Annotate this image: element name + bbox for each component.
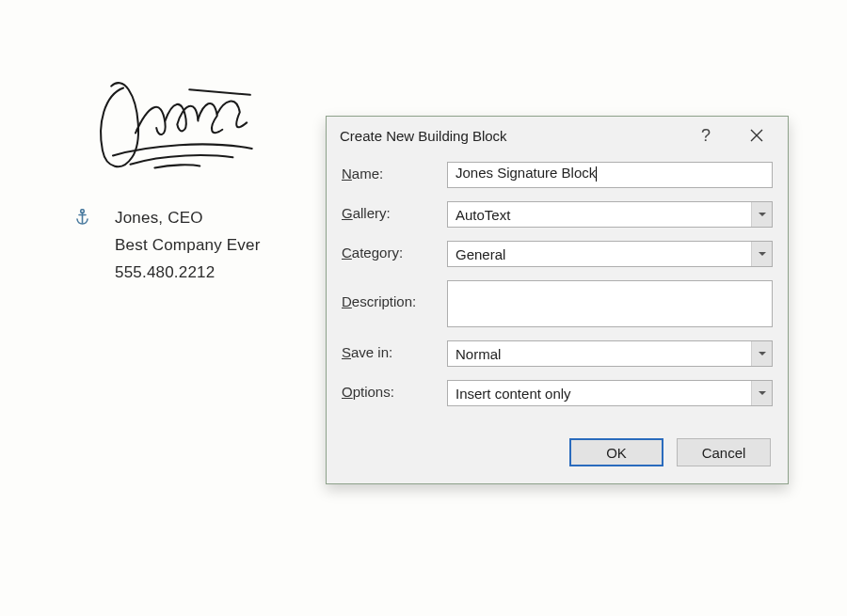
save-in-select-value: Normal [448, 346, 751, 362]
signature-text-block: Jones, CEO Best Company Ever 555.480.221… [115, 205, 261, 287]
gallery-label: Gallery: [342, 201, 447, 221]
create-building-block-dialog: Create New Building Block ? Name: Jones … [326, 116, 789, 484]
ok-button[interactable]: OK [569, 438, 663, 466]
signature-line-1: Jones, CEO [115, 205, 261, 232]
category-select[interactable]: General [447, 241, 773, 267]
chevron-down-icon [759, 352, 766, 355]
options-select-value: Insert content only [448, 386, 751, 402]
dialog-title: Create New Building Block [340, 128, 692, 144]
signature-line-2: Best Company Ever [115, 232, 261, 260]
category-dropdown-button[interactable] [751, 242, 772, 266]
name-input[interactable]: Jones Signature Block [447, 162, 773, 188]
chevron-down-icon [759, 391, 766, 395]
chevron-down-icon [759, 213, 766, 216]
close-icon[interactable] [741, 125, 773, 146]
save-in-select[interactable]: Normal [447, 340, 773, 367]
anchor-icon [75, 209, 89, 229]
signature-image [75, 71, 282, 186]
chevron-down-icon [759, 252, 766, 256]
help-icon[interactable]: ? [692, 122, 720, 150]
options-dropdown-button[interactable] [751, 381, 772, 405]
dialog-body: Name: Jones Signature Block Gallery: Aut… [327, 154, 788, 406]
description-label: Description: [342, 280, 447, 309]
dialog-titlebar: Create New Building Block ? [327, 117, 788, 154]
save-in-label: Save in: [342, 340, 447, 360]
signature-line-3: 555.480.2212 [115, 260, 261, 287]
description-input[interactable] [447, 280, 773, 327]
handwritten-signature-icon [75, 71, 264, 183]
save-in-dropdown-button[interactable] [751, 341, 772, 366]
gallery-select-value: AutoText [448, 207, 751, 223]
options-select[interactable]: Insert content only [447, 380, 773, 406]
category-select-value: General [448, 246, 751, 262]
gallery-dropdown-button[interactable] [751, 202, 772, 227]
options-label: Options: [342, 380, 447, 400]
cancel-button[interactable]: Cancel [677, 438, 771, 466]
gallery-select[interactable]: AutoText [447, 201, 773, 228]
name-label: Name: [342, 162, 447, 182]
category-label: Category: [342, 241, 447, 261]
